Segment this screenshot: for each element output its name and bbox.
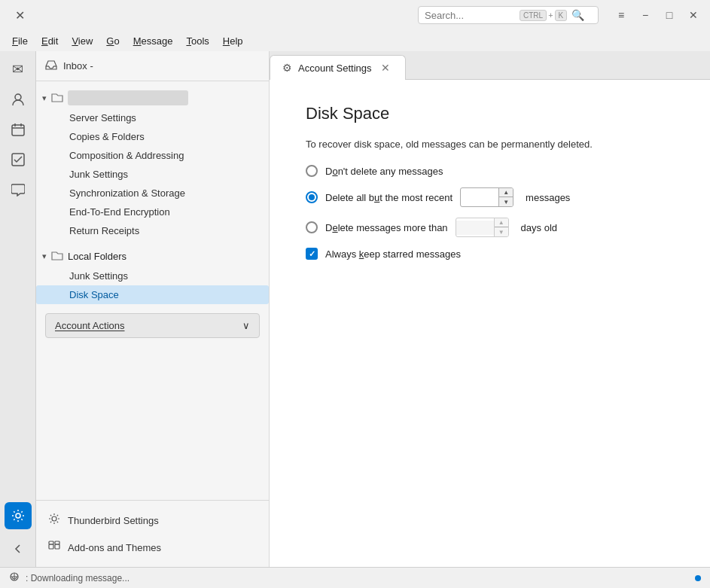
inbox-icon xyxy=(45,59,57,74)
delete-recent-radio[interactable] xyxy=(306,191,318,203)
keep-starred-label: Always keep starred messages xyxy=(325,248,461,260)
menu-file[interactable]: File xyxy=(6,33,34,49)
k-key: K xyxy=(555,10,568,21)
menu-go[interactable]: Go xyxy=(100,33,125,49)
no-delete-radio[interactable] xyxy=(306,165,318,177)
menu-tools[interactable]: Tools xyxy=(180,33,215,49)
svg-rect-11 xyxy=(55,544,59,549)
sidebar-item-receipts[interactable]: Return Receipts xyxy=(36,221,269,240)
menu-message[interactable]: Message xyxy=(127,33,179,49)
addons-themes-label: Add-ons and Themes xyxy=(68,542,161,553)
restore-button[interactable]: □ xyxy=(659,5,680,26)
plus-separator: + xyxy=(548,11,553,20)
no-delete-option: Don't delete any messages xyxy=(306,165,674,177)
local-folders-label: Local Folders xyxy=(68,251,126,262)
status-bar: : Downloading message... xyxy=(0,567,710,588)
menu-bar: File Edit View Go Message Tools Help xyxy=(0,30,710,51)
tab-close-button[interactable]: ✕ xyxy=(378,60,393,75)
mail-icon[interactable]: ✉ xyxy=(5,56,32,83)
ctrl-key: CTRL xyxy=(520,10,547,21)
delete-old-radio[interactable] xyxy=(306,221,318,233)
chat-icon[interactable] xyxy=(5,176,32,203)
account-label xyxy=(68,90,188,105)
collapse-sidebar-icon[interactable] xyxy=(5,535,32,562)
account-chevron-icon: ▾ xyxy=(42,93,47,103)
menu-help[interactable]: Help xyxy=(217,33,249,49)
sidebar-item-e2e[interactable]: End-To-End Encryption xyxy=(36,203,269,221)
menu-edit[interactable]: Edit xyxy=(35,33,64,49)
sidebar-item-composition[interactable]: Composition & Addressing xyxy=(36,146,269,165)
svg-point-9 xyxy=(52,516,56,521)
days-spin-down[interactable]: ▼ xyxy=(495,227,508,237)
inbox-tab[interactable]: Inbox - xyxy=(36,51,269,81)
content-area: ⚙ Account Settings ✕ Disk Space To recov… xyxy=(270,51,710,567)
address-book-icon[interactable] xyxy=(5,86,32,113)
messages-count-input-wrapper[interactable]: 2000 ▲ ▼ xyxy=(460,187,513,207)
no-delete-label: Don't delete any messages xyxy=(325,166,443,177)
thunderbird-settings-icon xyxy=(48,513,60,528)
calendar-icon[interactable] xyxy=(5,116,32,143)
delete-old-label: Delete messages more than xyxy=(325,222,448,233)
days-unit-label: days old xyxy=(521,222,557,233)
tab-label: Account Settings xyxy=(298,62,372,74)
sidebar-item-server-settings[interactable]: Server Settings xyxy=(36,108,269,127)
account-actions-label: Account Actions xyxy=(55,320,125,331)
svg-point-6 xyxy=(16,513,20,518)
sidebar-item-disk-space[interactable]: Disk Space xyxy=(36,285,269,304)
checkbox-checkmark: ✓ xyxy=(309,249,315,259)
status-message: : Downloading message... xyxy=(26,573,130,583)
local-folders-header[interactable]: ▾ Local Folders xyxy=(36,246,269,267)
days-count-input[interactable]: 30 xyxy=(456,221,494,235)
search-box[interactable]: CTRL + K 🔍 xyxy=(418,6,599,24)
account-actions-button[interactable]: Account Actions ∨ xyxy=(45,313,260,338)
settings-content: Disk Space To recover disk space, old me… xyxy=(270,80,710,567)
sidebar-item-junk-local[interactable]: Junk Settings xyxy=(36,267,269,285)
search-shortcut: CTRL + K xyxy=(520,10,567,21)
hamburger-button[interactable]: ≡ xyxy=(611,5,632,26)
messages-count-input[interactable]: 2000 xyxy=(461,190,498,205)
title-bar: ✕ CTRL + K 🔍 ≡ − □ ✕ xyxy=(0,0,710,30)
main-layout: ✉ Inbox - ▾ xyxy=(0,51,710,567)
messages-spin-up[interactable]: ▲ xyxy=(499,187,513,197)
local-folders-chevron-icon: ▾ xyxy=(42,251,47,261)
keep-starred-checkbox[interactable]: ✓ xyxy=(306,248,318,260)
close-button[interactable]: ✕ xyxy=(683,5,704,26)
sidebar-item-copies-folders[interactable]: Copies & Folders xyxy=(36,127,269,146)
account-settings-tab[interactable]: ⚙ Account Settings ✕ xyxy=(270,55,406,80)
settings-description: To recover disk space, old messages can … xyxy=(306,139,674,150)
search-input[interactable] xyxy=(425,10,515,21)
status-dot xyxy=(695,575,701,581)
settings-title: Disk Space xyxy=(306,104,674,123)
messages-spin-buttons: ▲ ▼ xyxy=(498,187,513,207)
addons-icon xyxy=(48,540,60,555)
icon-rail: ✉ xyxy=(0,51,36,567)
menu-view[interactable]: View xyxy=(66,33,99,49)
thunderbird-settings-label: Thunderbird Settings xyxy=(68,515,159,526)
sidebar-item-sync[interactable]: Synchronization & Storage xyxy=(36,184,269,203)
sidebar-item-junk-main[interactable]: Junk Settings xyxy=(36,165,269,184)
thunderbird-settings-item[interactable]: Thunderbird Settings xyxy=(36,507,269,534)
settings-icon[interactable] xyxy=(5,502,32,529)
tab-icon: ⚙ xyxy=(282,62,292,74)
svg-point-0 xyxy=(15,94,21,100)
radio-inner xyxy=(309,194,315,200)
messages-spin-down[interactable]: ▼ xyxy=(499,197,513,207)
days-spin-buttons: ▲ ▼ xyxy=(494,218,508,237)
svg-rect-10 xyxy=(49,544,53,549)
tasks-icon[interactable] xyxy=(5,146,32,173)
minimize-button[interactable]: − xyxy=(635,5,656,26)
days-spin-up[interactable]: ▲ xyxy=(495,218,508,227)
sidebar-bottom: Thunderbird Settings Add-ons and Themes xyxy=(36,500,269,567)
addons-themes-item[interactable]: Add-ons and Themes xyxy=(36,534,269,561)
days-count-input-wrapper[interactable]: 30 ▲ ▼ xyxy=(456,218,509,237)
local-folders-icon xyxy=(51,249,63,264)
account-actions-chevron-icon: ∨ xyxy=(242,320,250,331)
account-section-header[interactable]: ▾ xyxy=(36,87,269,108)
account-folder-icon xyxy=(51,91,63,105)
sidebar: Inbox - ▾ Server Settings Copies & Folde… xyxy=(36,51,270,567)
window-controls: ≡ − □ ✕ xyxy=(611,5,704,26)
search-icon[interactable]: 🔍 xyxy=(571,9,584,21)
delete-recent-option: Delete all but the most recent 2000 ▲ ▼ … xyxy=(306,187,674,207)
delete-recent-label: Delete all but the most recent xyxy=(325,192,453,203)
delete-old-option: Delete messages more than 30 ▲ ▼ days ol… xyxy=(306,218,674,237)
